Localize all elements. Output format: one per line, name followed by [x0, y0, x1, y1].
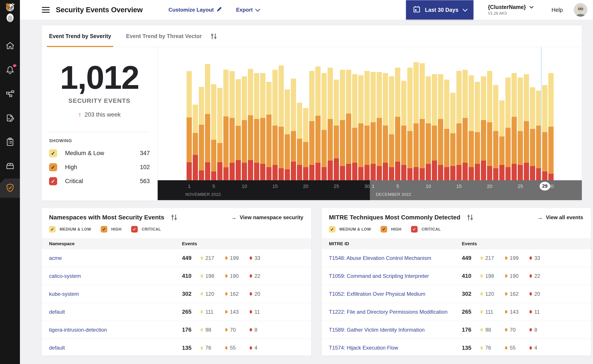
mitre-filter-critical[interactable]: ✓ CRITICAL: [411, 226, 441, 233]
stacked-bar: [321, 73, 327, 180]
namespaces-filter-critical[interactable]: ✓ CRITICAL: [131, 226, 161, 233]
stacked-bar: [309, 71, 314, 180]
medium-dot-icon: [480, 256, 483, 260]
sidebar-item-compliance-reports[interactable]: [0, 130, 20, 155]
chart-settings-icon[interactable]: [210, 32, 217, 40]
stacked-bar: [456, 71, 462, 180]
checkbox-medium-low[interactable]: ✓: [49, 226, 56, 233]
severity-trend-chart[interactable]: 151015202530NOVEMBER 2022151015202530DEC…: [158, 47, 582, 201]
stacked-bar: [211, 84, 216, 180]
mitre-settings-icon[interactable]: [466, 214, 474, 221]
mitre-technique-link[interactable]: T1222: File and Directory Permissions Mo…: [329, 309, 462, 315]
view-all-events-link[interactable]: → View all events: [537, 214, 583, 221]
main-column: Security Events Overview Customize Layou…: [20, 0, 593, 364]
customize-layout-button[interactable]: Customize Layout: [168, 6, 222, 13]
hamburger-menu-icon[interactable]: [42, 6, 50, 14]
stacked-bar: [383, 73, 388, 180]
stacked-bar: [444, 80, 449, 180]
selected-day-badge[interactable]: 29: [540, 182, 550, 190]
namespaces-filter-high[interactable]: ✓ HIGH: [101, 226, 121, 233]
stacked-bar: [273, 70, 278, 180]
namespace-link[interactable]: tigera-intrusion-detection: [49, 327, 182, 333]
tab-event-trend-by-severity[interactable]: Event Trend by Severity: [47, 26, 113, 47]
stacked-bar: [352, 74, 357, 180]
high-dot-icon: [505, 256, 507, 260]
stacked-bar: [401, 81, 406, 180]
top-bar: Security Events Overview Customize Layou…: [20, 0, 593, 20]
stacked-bar: [223, 70, 229, 180]
stacked-bar: [205, 64, 210, 180]
high-dot-icon: [225, 292, 227, 296]
chevron-down-icon: [255, 7, 260, 12]
table-row: tigera-intrusion-detection 176 98 70 8: [42, 321, 311, 339]
medium-dot-icon: [200, 328, 203, 332]
stacked-bar: [505, 78, 511, 180]
sidebar-item-threat-defense[interactable]: [0, 178, 20, 198]
filter-checkbox-critical[interactable]: ✓: [49, 177, 57, 185]
stacked-bar: [248, 69, 253, 180]
filter-checkbox-medium-low[interactable]: ✓: [49, 149, 57, 157]
checkbox-high[interactable]: ✓: [101, 226, 107, 233]
namespace-link[interactable]: kube-system: [49, 291, 182, 297]
user-avatar[interactable]: [574, 3, 587, 17]
checkbox-high[interactable]: ✓: [380, 226, 387, 233]
help-link[interactable]: Help: [552, 7, 563, 13]
date-range-button[interactable]: Last 30 Days: [406, 0, 473, 20]
stacked-bar: [548, 73, 553, 180]
sidebar-item-home[interactable]: [0, 34, 20, 58]
checkbox-critical[interactable]: ✓: [131, 226, 138, 233]
stacked-bar: [193, 104, 198, 180]
stacked-bar: [389, 76, 394, 180]
checkbox-critical[interactable]: ✓: [411, 226, 418, 233]
events-total: 176: [462, 326, 480, 333]
critical-dot-icon: [529, 310, 532, 313]
mitre-technique-link[interactable]: T1548: Abuse Elevation Control Mechanism: [329, 255, 462, 261]
namespaces-filter-medium-low[interactable]: ✓ MEDIUM & LOW: [49, 226, 91, 233]
stacked-bar: [236, 79, 241, 180]
namespace-link[interactable]: default: [49, 345, 182, 351]
stacked-bar: [432, 74, 437, 180]
stacked-bar: [297, 103, 302, 180]
axis-tick: 5: [396, 183, 399, 189]
sidebar-item-workloads[interactable]: [0, 155, 20, 178]
high-count: 102: [140, 164, 150, 171]
high-dot-icon: [505, 292, 507, 296]
critical-dot-icon: [250, 346, 252, 350]
tab-event-trend-by-threat-vector[interactable]: Event Trend by Threat Vector: [124, 26, 204, 47]
cluster-selector[interactable]: {ClusterName} V1.26 AKS: [488, 4, 532, 16]
axis-tick: 20: [303, 183, 308, 189]
sidebar-item-service-graph[interactable]: [0, 82, 20, 106]
showing-label: SHOWING: [49, 138, 150, 143]
mitre-card-title: MITRE Techniques Most Commonly Detected: [329, 214, 460, 221]
severity-stats-panel: 1,012 SECURITY EVENTS ↑ 203 this week SH…: [42, 47, 158, 201]
mitre-filters: ✓ MEDIUM & LOW ✓ HIGH ✓ CRITICAL: [329, 226, 583, 238]
checkbox-medium-low[interactable]: ✓: [329, 226, 335, 233]
bottom-cards-row: Namespaces with Most Security Events → V…: [42, 208, 591, 356]
mitre-technique-link[interactable]: T1589: Gather Victim Identity Informatio…: [329, 327, 462, 333]
mitre-technique-link[interactable]: T1052: Exfiltration Over Physical Medium: [329, 291, 462, 297]
sidebar-nav: [0, 34, 20, 198]
sidebar-item-alerts[interactable]: [0, 58, 20, 82]
cat-logo-icon[interactable]: [1, 2, 19, 23]
mitre-technique-link[interactable]: T1574: Hijack Execution Flow: [329, 345, 462, 351]
filter-checkbox-high[interactable]: ✓: [49, 163, 57, 171]
namespace-link[interactable]: default: [49, 309, 182, 315]
trend-body: 1,012 SECURITY EVENTS ↑ 203 this week SH…: [42, 47, 582, 201]
mitre-filter-medium-low[interactable]: ✓ MEDIUM & LOW: [329, 226, 371, 233]
namespace-link[interactable]: acme: [49, 255, 182, 261]
axis-tick: 10: [242, 183, 247, 189]
export-button[interactable]: Export: [236, 7, 259, 13]
arrow-right-icon: →: [537, 214, 543, 221]
mitre-filter-high[interactable]: ✓ HIGH: [380, 226, 401, 233]
view-namespace-security-link[interactable]: → View namespace security: [231, 214, 303, 221]
mitre-technique-link[interactable]: T1059: Command and Scripting Interpreter: [329, 273, 462, 279]
high-dot-icon: [225, 328, 227, 332]
stacked-bar: [334, 80, 339, 180]
namespaces-settings-icon[interactable]: [170, 214, 178, 221]
axis-tick: 15: [456, 183, 462, 189]
namespace-link[interactable]: calico-system: [49, 273, 182, 279]
stacked-bar: [530, 87, 535, 180]
cluster-version: V1.26 AKS: [488, 11, 532, 16]
sidebar-item-policies[interactable]: [0, 106, 20, 130]
calendar-icon: [413, 6, 420, 14]
